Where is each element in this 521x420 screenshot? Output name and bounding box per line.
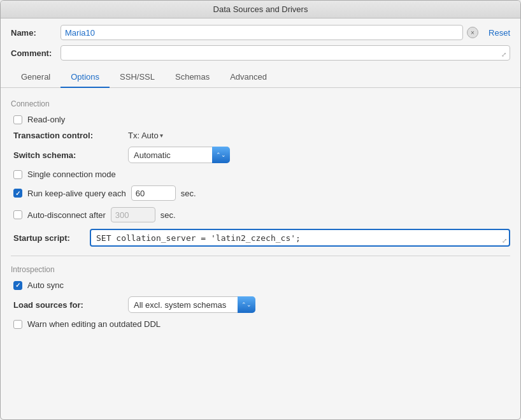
introspection-section-label: Introspection — [11, 265, 510, 274]
expand-icon: ⤢ — [501, 51, 506, 58]
warn-editing-row: Warn when editing an outdated DDL — [11, 319, 510, 329]
startup-script-wrapper: ⤢ — [90, 229, 510, 247]
tab-content: Connection Read-only Transaction control… — [1, 88, 520, 344]
read-only-checkbox[interactable] — [13, 115, 22, 124]
keepalive-label: Run keep-alive query each — [27, 189, 126, 198]
load-sources-row: Load sources for: All excl. system schem… — [11, 296, 510, 313]
auto-disconnect-checkbox[interactable] — [13, 210, 22, 219]
read-only-label: Read-only — [27, 115, 65, 124]
load-sources-select[interactable]: All excl. system schemas All schemas Sel… — [128, 296, 255, 313]
transaction-control-label: Transaction control: — [13, 131, 128, 140]
name-row: Name: × Reset — [11, 25, 510, 40]
auto-disconnect-row: Auto-disconnect after sec. — [11, 207, 510, 222]
connection-section: Connection Read-only Transaction control… — [11, 99, 510, 247]
warn-editing-label: Warn when editing an outdated DDL — [27, 319, 161, 329]
tab-advanced[interactable]: Advanced — [220, 67, 277, 88]
comment-wrapper: ⤢ — [61, 45, 510, 61]
switch-schema-select[interactable]: Automatic Manual None — [128, 147, 230, 163]
header-area: Name: × Reset Comment: ⤢ — [1, 18, 520, 61]
load-sources-label: Load sources for: — [13, 300, 128, 310]
warn-editing-checkbox[interactable] — [13, 320, 22, 329]
switch-schema-label: Switch schema: — [13, 150, 128, 160]
auto-sync-row: Auto sync — [11, 280, 510, 290]
auto-sync-label: Auto sync — [27, 280, 64, 290]
read-only-row: Read-only — [11, 115, 510, 124]
title-bar: Data Sources and Drivers — [1, 1, 520, 18]
switch-schema-row: Switch schema: Automatic Manual None — [11, 147, 510, 163]
transaction-control-row: Transaction control: Tx: Auto ▾ — [11, 131, 510, 140]
comment-row: Comment: ⤢ — [11, 45, 510, 61]
auto-disconnect-unit: sec. — [161, 210, 176, 220]
startup-script-label: Startup script: — [13, 233, 90, 243]
introspection-section: Introspection Auto sync Load sources for… — [11, 265, 510, 329]
single-connection-checkbox[interactable] — [13, 170, 22, 179]
script-expand-icon: ⤢ — [502, 237, 507, 244]
tab-general[interactable]: General — [11, 67, 61, 88]
auto-sync-checkbox[interactable] — [13, 281, 22, 290]
main-window: Data Sources and Drivers Name: × Reset C… — [0, 0, 521, 420]
connection-section-label: Connection — [11, 99, 510, 108]
comment-label: Comment: — [11, 48, 55, 58]
single-connection-label: Single connection mode — [27, 170, 116, 179]
startup-script-input[interactable] — [90, 229, 510, 247]
tab-ssh-ssl[interactable]: SSH/SSL — [110, 67, 165, 88]
name-clear-button[interactable]: × — [467, 27, 478, 38]
tab-options[interactable]: Options — [61, 67, 110, 88]
section-divider — [11, 256, 510, 256]
switch-schema-select-wrapper: Automatic Manual None — [128, 147, 230, 163]
auto-disconnect-label: Auto-disconnect after — [27, 210, 106, 220]
clear-icon: × — [471, 29, 475, 36]
tab-schemas[interactable]: Schemas — [165, 67, 220, 88]
tabs-bar: General Options SSH/SSL Schemas Advanced — [1, 67, 520, 88]
comment-input[interactable] — [61, 45, 510, 61]
reset-button[interactable]: Reset — [489, 28, 510, 38]
transaction-control-dropdown[interactable]: Tx: Auto ▾ — [128, 131, 163, 140]
keepalive-unit: sec. — [181, 189, 196, 198]
keepalive-value-input[interactable] — [131, 185, 176, 201]
name-input[interactable] — [61, 25, 463, 40]
window-title: Data Sources and Drivers — [213, 4, 308, 14]
single-connection-row: Single connection mode — [11, 170, 510, 179]
keepalive-checkbox[interactable] — [13, 189, 22, 198]
auto-disconnect-value-input[interactable] — [111, 207, 155, 222]
name-label: Name: — [11, 28, 55, 38]
transaction-control-value: Tx: Auto — [128, 131, 159, 140]
keepalive-row: Run keep-alive query each sec. — [11, 185, 510, 201]
startup-script-row: Startup script: ⤢ — [11, 229, 510, 247]
transaction-chevron-icon: ▾ — [160, 132, 163, 139]
load-sources-select-wrapper: All excl. system schemas All schemas Sel… — [128, 296, 255, 313]
